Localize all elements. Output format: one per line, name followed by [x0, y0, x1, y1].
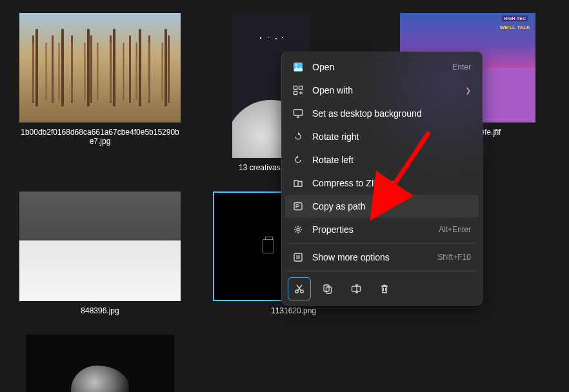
image-icon: [293, 62, 303, 72]
svg-rect-5: [294, 110, 303, 115]
more-icon: [293, 252, 303, 262]
menu-shortcut: Enter: [452, 63, 471, 72]
menu-item-label: Rotate left: [312, 155, 471, 165]
file-item[interactable]: 1b00db2f0168d68ca661a67cbe4f0e5b15290be7…: [19, 13, 181, 172]
menu-item-label: Set as desktop background: [312, 108, 471, 119]
file-item[interactable]: 1131637.jpg: [19, 335, 181, 392]
file-thumbnail: [26, 335, 174, 392]
menu-item-set-desktop[interactable]: Set as desktop background: [285, 102, 479, 125]
path-icon: [293, 201, 303, 211]
menu-shortcut: Alt+Enter: [439, 225, 471, 234]
open-with-icon: [293, 85, 303, 95]
menu-item-label: Compress to ZIP file: [312, 178, 471, 188]
file-item[interactable]: 848396.jpg: [19, 191, 181, 315]
menu-item-rotate-right[interactable]: Rotate right: [285, 125, 479, 148]
properties-icon: [293, 224, 303, 235]
menu-item-copy-as-path[interactable]: Copy as path: [285, 195, 479, 218]
menu-item-label: Open with: [312, 85, 465, 95]
svg-point-7: [297, 228, 299, 231]
file-name-label: 848396.jpg: [81, 306, 119, 315]
zip-icon: [293, 178, 303, 188]
svg-rect-4: [294, 92, 297, 95]
menu-item-label: Rotate right: [312, 132, 471, 142]
menu-item-label: Copy as path: [312, 201, 471, 211]
menu-item-show-more[interactable]: Show more options Shift+F10: [285, 246, 479, 269]
menu-item-label: Properties: [312, 224, 439, 235]
svg-rect-2: [294, 86, 297, 90]
rotate-right-icon: [293, 132, 303, 142]
menu-item-compress-zip[interactable]: Compress to ZIP file: [285, 172, 479, 195]
file-name-label: 1b00db2f0168d68ca661a67cbe4f0e5b15290be7…: [19, 128, 181, 146]
menu-item-properties[interactable]: Properties Alt+Enter: [285, 218, 479, 241]
menu-item-label: Show more options: [312, 252, 437, 262]
menu-item-open-with[interactable]: Open with ❯: [285, 79, 479, 102]
menu-toolbar: [285, 273, 479, 302]
svg-rect-3: [299, 86, 303, 90]
cut-button[interactable]: [288, 277, 311, 300]
chevron-right-icon: ❯: [465, 86, 471, 95]
svg-point-1: [295, 64, 297, 66]
rename-button[interactable]: [344, 277, 368, 300]
menu-shortcut: Shift+F10: [437, 253, 471, 262]
menu-separator: [286, 243, 477, 244]
svg-rect-13: [352, 286, 361, 291]
menu-item-open[interactable]: Open Enter: [285, 55, 479, 79]
delete-button[interactable]: [373, 277, 396, 300]
file-thumbnail: [19, 13, 181, 122]
context-menu: Open Enter Open with ❯ Set as desktop ba…: [281, 52, 483, 306]
copy-button[interactable]: [316, 277, 339, 300]
file-thumbnail: [19, 191, 181, 301]
file-name-label: 1131620.png: [271, 306, 316, 315]
desktop-icon: [293, 108, 303, 119]
menu-separator: [286, 271, 477, 271]
rotate-left-icon: [293, 155, 303, 165]
menu-item-rotate-left[interactable]: Rotate left: [285, 148, 479, 172]
menu-item-label: Open: [312, 62, 452, 72]
